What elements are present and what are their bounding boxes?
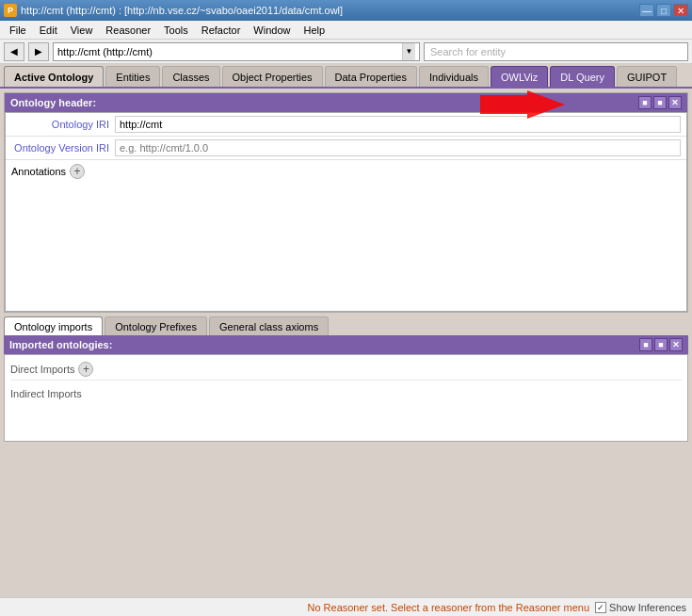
window-title: http://cmt (http://cmt) : [http://nb.vse…	[21, 5, 343, 16]
tab-owlviz[interactable]: OWLViz	[491, 66, 548, 87]
search-bar[interactable]: Search for entity	[424, 42, 688, 61]
status-message: No Reasoner set. Select a reasoner from …	[307, 602, 589, 613]
add-annotation-button[interactable]: +	[70, 164, 85, 179]
version-iri-row: Ontology Version IRI	[6, 137, 686, 160]
tab-individuals[interactable]: Individuals	[419, 66, 489, 87]
address-input[interactable]	[57, 46, 402, 57]
header-icon-1[interactable]: ■	[638, 96, 652, 109]
iri-label: Ontology IRI	[11, 119, 115, 130]
menu-bar: File Edit View Reasoner Tools Refactor W…	[0, 21, 692, 40]
imported-ontologies-header: Imported ontologies: ■ ■ ✕	[4, 335, 688, 354]
header-close-icon[interactable]: ✕	[668, 96, 682, 109]
sub-tab-prefixes[interactable]: Ontology Prefixes	[105, 316, 207, 335]
sub-tab-imports[interactable]: Ontology imports	[4, 316, 103, 335]
tab-guipot[interactable]: GUIPOT	[617, 66, 677, 87]
ontology-header-box: Ontology header: ■ ■ ✕ Ontology IRI Onto…	[4, 92, 688, 313]
version-iri-input[interactable]	[115, 139, 681, 156]
main-content: Ontology header: ■ ■ ✕ Ontology IRI Onto…	[0, 89, 692, 597]
status-bar: No Reasoner set. Select a reasoner from …	[0, 597, 692, 616]
header-icon-2[interactable]: ■	[653, 96, 667, 109]
tab-active-ontology[interactable]: Active Ontology	[4, 66, 104, 87]
tab-data-properties[interactable]: Data Properties	[325, 66, 417, 87]
imports-header-icon-2[interactable]: ■	[654, 338, 668, 351]
annotations-area: Annotations +	[6, 160, 686, 311]
show-inferences-label: Show Inferences	[609, 602, 686, 613]
maximize-button[interactable]: □	[656, 4, 671, 17]
imports-header-icon-1[interactable]: ■	[639, 338, 652, 351]
show-inferences-checkbox[interactable]: ✓	[595, 602, 606, 613]
indirect-imports-label: Indirect Imports	[10, 388, 82, 399]
tab-entities[interactable]: Entities	[105, 66, 160, 87]
imported-ontologies-box: Imported ontologies: ■ ■ ✕ Direct Import…	[4, 335, 688, 442]
close-button[interactable]: ✕	[673, 4, 688, 17]
show-inferences-area[interactable]: ✓ Show Inferences	[595, 602, 686, 613]
direct-imports-section: Direct Imports +	[5, 355, 687, 384]
add-direct-import-button[interactable]: +	[78, 362, 93, 377]
menu-view[interactable]: View	[65, 23, 99, 38]
search-placeholder: Search for entity	[430, 46, 506, 57]
menu-file[interactable]: File	[4, 23, 32, 38]
tab-object-properties[interactable]: Object Properties	[222, 66, 323, 87]
ontology-header: Ontology header: ■ ■ ✕	[5, 93, 687, 112]
indirect-imports-section: Indirect Imports	[5, 384, 687, 441]
imported-ontologies-title: Imported ontologies:	[9, 339, 112, 350]
iri-row: Ontology IRI	[6, 113, 686, 137]
minimize-button[interactable]: —	[639, 4, 654, 17]
annotations-label: Annotations	[11, 166, 66, 177]
menu-refactor[interactable]: Refactor	[196, 23, 247, 38]
tab-classes[interactable]: Classes	[162, 66, 219, 87]
iri-panel: Ontology IRI Ontology Version IRI Annota…	[5, 112, 687, 312]
menu-reasoner[interactable]: Reasoner	[100, 23, 156, 38]
version-iri-label: Ontology Version IRI	[11, 142, 115, 154]
imports-panel: Direct Imports + Indirect Imports	[4, 354, 688, 442]
toolbar: ◀ ▶ ▼ Search for entity	[0, 40, 692, 64]
ontology-header-title: Ontology header:	[10, 97, 96, 108]
back-button[interactable]: ◀	[4, 42, 24, 61]
direct-imports-label: Direct Imports	[10, 364, 74, 375]
menu-tools[interactable]: Tools	[158, 23, 194, 38]
menu-window[interactable]: Window	[248, 23, 296, 38]
app-icon: P	[4, 4, 17, 17]
imports-header-close-icon[interactable]: ✕	[669, 338, 683, 351]
iri-input[interactable]	[115, 116, 681, 133]
sub-tab-axioms[interactable]: General class axioms	[209, 316, 329, 335]
main-tabs: Active Ontology Entities Classes Object …	[0, 64, 692, 89]
title-bar: P http://cmt (http://cmt) : [http://nb.v…	[0, 0, 692, 21]
forward-button[interactable]: ▶	[28, 42, 49, 61]
sub-tabs: Ontology imports Ontology Prefixes Gener…	[4, 316, 688, 335]
menu-edit[interactable]: Edit	[34, 23, 63, 38]
annotations-header: Annotations +	[11, 164, 681, 179]
tab-dl-query[interactable]: DL Query	[550, 66, 615, 87]
direct-imports-row: Direct Imports +	[10, 359, 682, 381]
address-dropdown-icon[interactable]: ▼	[402, 43, 415, 60]
menu-help[interactable]: Help	[298, 23, 330, 38]
address-bar[interactable]: ▼	[53, 42, 420, 61]
bottom-section: Ontology imports Ontology Prefixes Gener…	[4, 316, 688, 442]
